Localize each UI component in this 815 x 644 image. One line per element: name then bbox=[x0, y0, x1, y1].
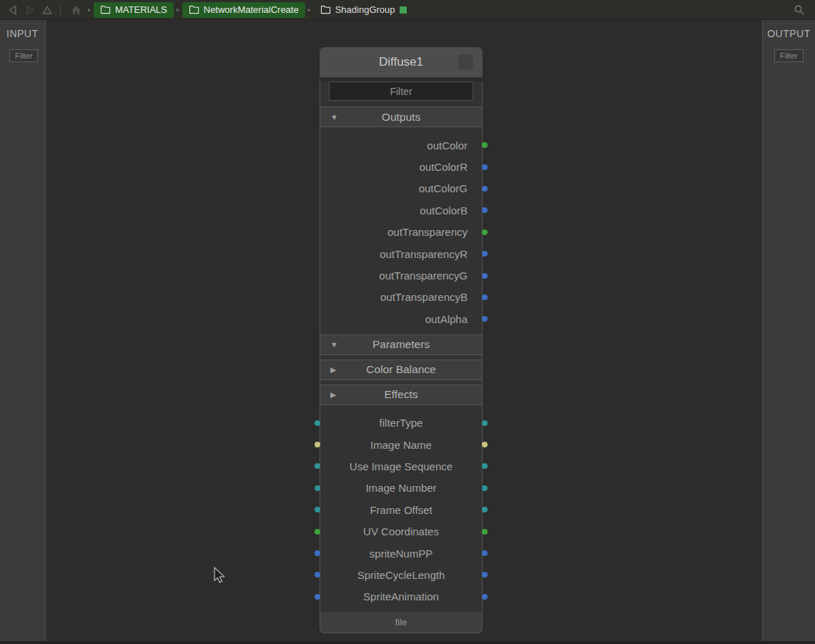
port-label: outColorG bbox=[419, 182, 468, 194]
Frame Offset-right-port[interactable] bbox=[482, 507, 488, 512]
port-label: Image Number bbox=[365, 482, 436, 494]
triangle-expanded-icon: ▼ bbox=[330, 113, 338, 122]
output-row-outColor: outColor bbox=[320, 134, 482, 156]
SpriteAnimation-right-port[interactable] bbox=[482, 594, 488, 600]
outTransparencyB-right-port[interactable] bbox=[482, 294, 488, 300]
triangle-collapsed-icon: ▶ bbox=[330, 390, 336, 400]
folder-icon bbox=[189, 5, 199, 14]
port-label: Image Name bbox=[370, 439, 432, 451]
section-header-effects[interactable]: ▶ Effects bbox=[320, 385, 483, 405]
breadcrumb-label: NetworkMaterialCreate bbox=[204, 4, 299, 15]
section-header-parameters[interactable]: ▼ Parameters bbox=[320, 335, 483, 355]
spriteNumPP-right-port[interactable] bbox=[482, 550, 488, 556]
color-swatch[interactable] bbox=[458, 54, 473, 69]
output-row-outColorG: outColorG bbox=[320, 178, 482, 199]
output-row-outTransparencyR: outTransparencyR bbox=[320, 243, 482, 264]
toolbar-divider bbox=[60, 3, 61, 17]
filterType-right-port[interactable] bbox=[482, 420, 488, 426]
param-row-Use Image Sequence: Use Image Sequence bbox=[320, 455, 482, 477]
node-filter-input[interactable] bbox=[329, 81, 473, 101]
up-icon bbox=[42, 5, 52, 15]
output-filter-button[interactable]: Filter bbox=[774, 49, 803, 62]
param-rows: filterTypeImage NameUse Image SequenceIm… bbox=[320, 410, 482, 608]
section-label: Outputs bbox=[382, 111, 420, 124]
port-label: outAlpha bbox=[425, 313, 468, 325]
breadcrumb-item-ShadingGroup[interactable]: ShadingGroup bbox=[314, 2, 413, 18]
param-row-SpriteCycleLength: SpriteCycleLength bbox=[320, 564, 482, 585]
port-label: outColor bbox=[427, 139, 468, 152]
output-row-outColorR: outColorR bbox=[320, 156, 482, 177]
node-editor: ▸MATERIALS▸NetworkMaterialCreate▸Shading… bbox=[0, 0, 815, 644]
SpriteAnimation-left-port[interactable] bbox=[315, 594, 320, 600]
input-filter-button[interactable]: Filter bbox=[9, 49, 38, 62]
outColorR-right-port[interactable] bbox=[482, 164, 488, 170]
status-square bbox=[400, 6, 407, 14]
outTransparencyR-right-port[interactable] bbox=[482, 251, 488, 257]
port-label: outTransparencyG bbox=[379, 269, 468, 282]
Image Name-left-port[interactable] bbox=[315, 442, 320, 447]
input-panel: INPUT Filter bbox=[0, 20, 46, 641]
port-label: outTransparency bbox=[387, 226, 468, 238]
port-label: outTransparencyB bbox=[380, 291, 468, 303]
param-row-filterType: filterType bbox=[320, 412, 482, 434]
port-label: SpriteAnimation bbox=[363, 590, 439, 603]
search-button[interactable] bbox=[791, 1, 808, 19]
Frame Offset-left-port[interactable] bbox=[315, 507, 320, 512]
search-icon bbox=[794, 4, 805, 16]
output-panel: OUTPUT Filter bbox=[762, 20, 815, 641]
triangle-expanded-icon: ▼ bbox=[330, 340, 338, 349]
breadcrumb-separator-icon: ▸ bbox=[88, 6, 91, 13]
spriteNumPP-left-port[interactable] bbox=[315, 550, 320, 556]
output-row-outAlpha: outAlpha bbox=[320, 308, 482, 330]
forward-icon bbox=[25, 5, 35, 15]
Image Number-left-port[interactable] bbox=[315, 485, 320, 491]
SpriteCycleLength-right-port[interactable] bbox=[482, 572, 488, 578]
outColorG-right-port[interactable] bbox=[482, 186, 488, 192]
back-icon bbox=[8, 5, 18, 15]
param-row-Frame Offset: Frame Offset bbox=[320, 499, 482, 520]
outAlpha-right-port[interactable] bbox=[482, 316, 488, 322]
port-label: outColorB bbox=[420, 204, 468, 217]
breadcrumb-item-NetworkMaterialCreate[interactable]: NetworkMaterialCreate bbox=[182, 2, 305, 18]
outColor-right-port[interactable] bbox=[482, 142, 488, 148]
forward-button[interactable] bbox=[21, 2, 39, 18]
up-button[interactable] bbox=[39, 2, 56, 18]
section-label: Parameters bbox=[372, 338, 430, 351]
node-type-label: file bbox=[320, 612, 483, 633]
port-label: UV Coordinates bbox=[363, 525, 439, 538]
section-label: Color Balance bbox=[366, 363, 435, 376]
section-header-color-balance[interactable]: ▶ Color Balance bbox=[320, 360, 483, 380]
SpriteCycleLength-left-port[interactable] bbox=[315, 572, 320, 578]
outTransparencyG-right-port[interactable] bbox=[482, 273, 488, 279]
home-button[interactable] bbox=[68, 2, 84, 18]
param-row-SpriteAnimation: SpriteAnimation bbox=[320, 586, 482, 608]
port-label: outColorR bbox=[419, 161, 468, 173]
output-rows: outColoroutColorRoutColorGoutColorBoutTr… bbox=[320, 132, 482, 330]
breadcrumb-item-MATERIALS[interactable]: MATERIALS bbox=[94, 2, 174, 18]
outTransparency-right-port[interactable] bbox=[482, 229, 488, 235]
folder-icon bbox=[100, 5, 111, 14]
output-row-outTransparencyB: outTransparencyB bbox=[320, 287, 482, 308]
input-panel-title: INPUT bbox=[0, 28, 45, 39]
port-label: Frame Offset bbox=[370, 504, 432, 516]
param-row-UV Coordinates: UV Coordinates bbox=[320, 520, 482, 542]
bottom-edge bbox=[0, 641, 815, 644]
toolbar: ▸MATERIALS▸NetworkMaterialCreate▸Shading… bbox=[0, 0, 815, 20]
Image Number-right-port[interactable] bbox=[482, 485, 488, 491]
section-header-outputs[interactable]: ▼ Outputs bbox=[320, 106, 483, 127]
port-label: SpriteCycleLength bbox=[357, 569, 445, 581]
param-row-Image Name: Image Name bbox=[320, 434, 482, 455]
UV Coordinates-right-port[interactable] bbox=[482, 529, 488, 535]
port-label: Use Image Sequence bbox=[350, 460, 453, 472]
filterType-left-port[interactable] bbox=[315, 420, 320, 426]
section-label: Effects bbox=[384, 388, 418, 401]
Use Image Sequence-right-port[interactable] bbox=[482, 463, 488, 469]
outColorB-right-port[interactable] bbox=[482, 207, 488, 213]
port-label: spriteNumPP bbox=[370, 548, 433, 560]
node-header[interactable]: Diffuse1 bbox=[320, 47, 483, 77]
output-row-outColorB: outColorB bbox=[320, 199, 482, 221]
Image Name-right-port[interactable] bbox=[482, 442, 488, 447]
back-button[interactable] bbox=[4, 2, 21, 18]
UV Coordinates-left-port[interactable] bbox=[315, 529, 320, 535]
Use Image Sequence-left-port[interactable] bbox=[315, 463, 320, 469]
